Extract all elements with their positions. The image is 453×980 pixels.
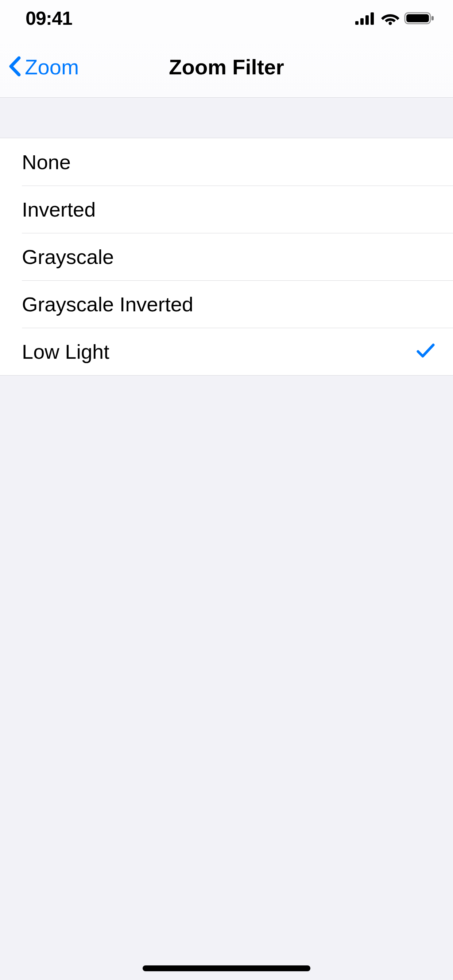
navigation-bar: Zoom Zoom Filter [0,37,453,98]
svg-rect-3 [370,13,374,25]
svg-rect-2 [365,15,369,25]
svg-rect-7 [431,16,434,21]
filter-option-grayscale-inverted[interactable]: Grayscale Inverted [0,280,453,328]
filter-option-low-light[interactable]: Low Light [0,328,453,375]
filter-option-grayscale[interactable]: Grayscale [0,233,453,280]
status-icons [355,11,435,25]
list-item-label: None [22,150,71,174]
back-button[interactable]: Zoom [0,55,79,79]
chevron-left-icon [8,56,21,78]
checkmark-icon [416,343,435,360]
svg-rect-6 [406,14,429,22]
status-time: 09:41 [26,7,72,29]
list-item-label: Inverted [22,197,96,221]
cellular-signal-icon [355,12,376,25]
home-indicator[interactable] [143,966,310,971]
section-spacer [0,98,453,138]
svg-point-4 [389,22,392,25]
back-label: Zoom [25,55,79,79]
list-item-label: Grayscale [22,245,114,269]
list-item-label: Low Light [22,340,109,363]
svg-rect-1 [360,18,364,25]
svg-rect-0 [355,21,359,25]
list-item-label: Grayscale Inverted [22,293,193,316]
filter-option-inverted[interactable]: Inverted [0,186,453,233]
battery-icon [404,11,435,25]
filter-list: None Inverted Grayscale Grayscale Invert… [0,138,453,375]
filter-option-none[interactable]: None [0,138,453,186]
wifi-icon [381,11,400,25]
status-bar: 09:41 [0,0,453,37]
